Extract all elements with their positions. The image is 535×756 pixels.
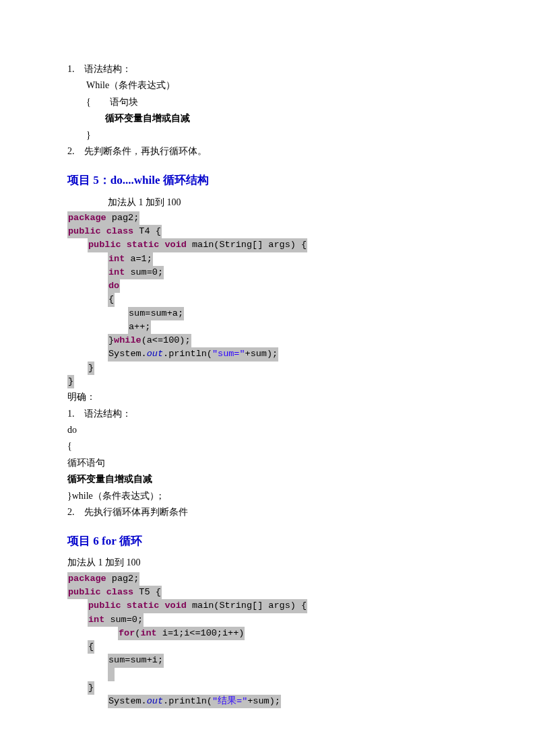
list-item-syntax: 1. 语法结构： — [67, 407, 468, 421]
code-kw: class — [106, 587, 134, 597]
code-text: +sum); — [245, 349, 278, 359]
heading-project-6: 项目 6 for 循环 — [67, 532, 468, 550]
code-kw: int — [88, 615, 104, 625]
code-text: sum=0; — [104, 615, 143, 625]
code-kw: void — [164, 240, 186, 250]
code-text: System. — [108, 696, 147, 706]
code-text: a=1; — [125, 254, 152, 264]
code-kw: public — [88, 240, 121, 250]
code-text: } — [88, 683, 94, 693]
code-text: pag2; — [106, 213, 139, 223]
code-kw: static — [127, 600, 160, 611]
syntax-open-brace: { 语句块 — [67, 95, 468, 110]
syntax-close-brace: } — [67, 128, 468, 143]
code-text: a++; — [129, 322, 150, 332]
code-kw: while — [114, 335, 141, 345]
code-kw: int — [140, 628, 156, 638]
loop-stmt-label: 循环语句 — [67, 456, 468, 471]
brace-label: { — [67, 439, 468, 454]
code-kw: static — [127, 240, 160, 250]
increment-bold: 循环变量自增或自减 — [67, 472, 468, 487]
code-static: out — [147, 696, 163, 706]
code-text: main(String[] args) { — [187, 600, 307, 611]
code-text: sum=0; — [125, 267, 163, 277]
code-kw: void — [164, 600, 186, 611]
code-text: .println( — [163, 696, 212, 706]
code-kw: package — [68, 574, 106, 584]
code-string: "结果=" — [212, 696, 247, 706]
code-blank — [108, 669, 114, 679]
code-text: T5 { — [133, 587, 161, 597]
code-kw: int — [108, 254, 125, 264]
code-text: i=1;i<=100;i++) — [157, 628, 245, 638]
subtitle-6: 加法从 1 加到 100 — [67, 555, 468, 570]
close-while-label: }while（条件表达式）; — [67, 489, 468, 504]
code-text: } — [88, 363, 94, 373]
code-kw: do — [108, 281, 119, 291]
code-kw: public — [88, 600, 121, 611]
code-text: .println( — [163, 349, 212, 359]
code-text: sum=sum+a; — [129, 308, 183, 318]
syntax-increment: 循环变量自增或自减 — [67, 111, 468, 126]
list-item-2: 2. 先判断条件，再执行循环体。 — [67, 144, 468, 159]
syntax-while: While（条件表达式） — [67, 78, 468, 93]
code-text: } — [68, 376, 73, 386]
code-static: out — [147, 349, 163, 359]
heading-project-5: 项目 5：do....while 循环结构 — [67, 171, 468, 189]
list-item-exec: 2. 先执行循环体再判断条件 — [67, 505, 468, 520]
code-text: System. — [108, 349, 147, 359]
code-text: } — [108, 335, 114, 345]
code-text: +sum); — [247, 696, 280, 706]
code-string: "sum=" — [212, 349, 245, 359]
code-kw: public — [68, 587, 101, 597]
code-block-6: package pag2; public class T5 { public s… — [67, 572, 468, 709]
code-text: { — [88, 642, 94, 652]
code-block-5: package pag2; public class T4 { public s… — [67, 211, 468, 388]
code-text: main(String[] args) { — [187, 240, 307, 250]
subtitle-5: 加法从 1 加到 100 — [67, 195, 468, 210]
do-label: do — [67, 423, 468, 438]
code-text: { — [108, 294, 114, 304]
list-item-1: 1. 语法结构： — [67, 62, 468, 77]
code-text: pag2; — [106, 574, 139, 584]
code-text: sum=sum+i; — [108, 655, 163, 665]
code-text: (a<=100); — [141, 335, 191, 345]
code-kw: class — [106, 226, 134, 236]
code-kw: int — [108, 267, 125, 277]
code-text: T4 { — [133, 226, 161, 236]
code-kw: package — [68, 213, 106, 223]
mingque-label: 明确： — [67, 390, 468, 405]
code-kw: for — [119, 628, 135, 638]
code-kw: public — [68, 226, 101, 236]
